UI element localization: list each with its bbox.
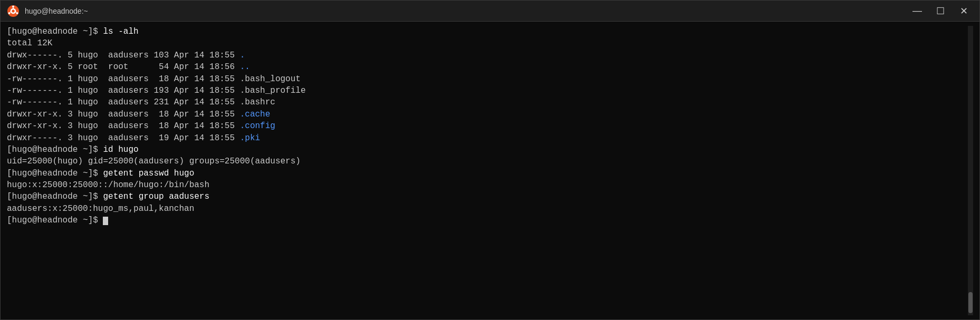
terminal-body[interactable]: [hugo@headnode ~]$ ls -alh total 12K drw…	[1, 22, 979, 319]
line-13: [hugo@headnode ~]$ getent passwd hugo	[7, 168, 968, 179]
terminal-window: hugo@headnode:~ — ☐ ✕ [hugo@headnode ~]$…	[0, 0, 980, 320]
svg-point-3	[16, 12, 18, 14]
dir-link-pki: .pki	[240, 133, 260, 143]
scrollbar[interactable]	[968, 26, 973, 315]
line-1: [hugo@headnode ~]$ ls -alh	[7, 26, 968, 37]
terminal-output: [hugo@headnode ~]$ ls -alh total 12K drw…	[7, 26, 968, 315]
line-11: [hugo@headnode ~]$ id hugo	[7, 144, 968, 156]
prompt-5: [hugo@headnode ~]$	[7, 216, 103, 225]
line-6: -rw-------. 1 hugo aadusers 193 Apr 14 1…	[7, 85, 968, 96]
command-2: id hugo	[103, 145, 138, 154]
line-7: -rw-------. 1 hugo aadusers 231 Apr 14 1…	[7, 96, 968, 108]
line-17: [hugo@headnode ~]$	[7, 215, 968, 226]
line-15: [hugo@headnode ~]$ getent group aadusers	[7, 191, 968, 202]
line-9: drwxr-xr-x. 3 hugo aadusers 18 Apr 14 18…	[7, 120, 968, 132]
svg-line-7	[10, 11, 11, 12]
cursor	[103, 217, 108, 225]
dir-link-config: .config	[240, 121, 275, 131]
line-10: drwxr-----. 3 hugo aadusers 19 Apr 14 18…	[7, 132, 968, 144]
command: ls -alh	[103, 27, 138, 36]
line-4: drwxr-xr-x. 5 root root 54 Apr 14 18:56 …	[7, 61, 968, 73]
scrollbar-thumb[interactable]	[968, 292, 973, 313]
titlebar: hugo@headnode:~ — ☐ ✕	[1, 1, 979, 22]
line-3: drwx------. 5 hugo aadusers 103 Apr 14 1…	[7, 50, 968, 61]
line-14: hugo:x:25000:25000::/home/hugo:/bin/bash	[7, 179, 968, 191]
close-button[interactable]: ✕	[954, 2, 973, 21]
prompt-4: [hugo@headnode ~]$	[7, 192, 103, 201]
prompt: [hugo@headnode ~]$	[7, 27, 103, 36]
dir-link-cache: .cache	[240, 110, 271, 119]
line-8: drwxr-xr-x. 3 hugo aadusers 18 Apr 14 18…	[7, 109, 968, 120]
command-4: getent group aadusers	[103, 192, 209, 201]
dir-link-parent: ..	[240, 62, 250, 72]
prompt-3: [hugo@headnode ~]$	[7, 169, 103, 178]
line-16: aadusers:x:25000:hugo_ms,paul,kanchan	[7, 203, 968, 215]
svg-point-4	[8, 12, 11, 14]
minimize-button[interactable]: —	[908, 2, 927, 21]
titlebar-left: hugo@headnode:~	[7, 5, 88, 17]
svg-line-6	[15, 11, 16, 12]
line-5: -rw-------. 1 hugo aadusers 18 Apr 14 18…	[7, 73, 968, 85]
command-3: getent passwd hugo	[103, 169, 194, 178]
svg-point-2	[12, 5, 14, 7]
dir-link-current: .	[240, 51, 245, 60]
ubuntu-logo-icon	[7, 5, 20, 17]
window-title: hugo@headnode:~	[25, 7, 88, 15]
maximize-button[interactable]: ☐	[931, 2, 950, 21]
line-2: total 12K	[7, 37, 968, 49]
prompt-2: [hugo@headnode ~]$	[7, 145, 103, 154]
line-12: uid=25000(hugo) gid=25000(aadusers) grou…	[7, 156, 968, 167]
titlebar-controls: — ☐ ✕	[908, 2, 973, 21]
